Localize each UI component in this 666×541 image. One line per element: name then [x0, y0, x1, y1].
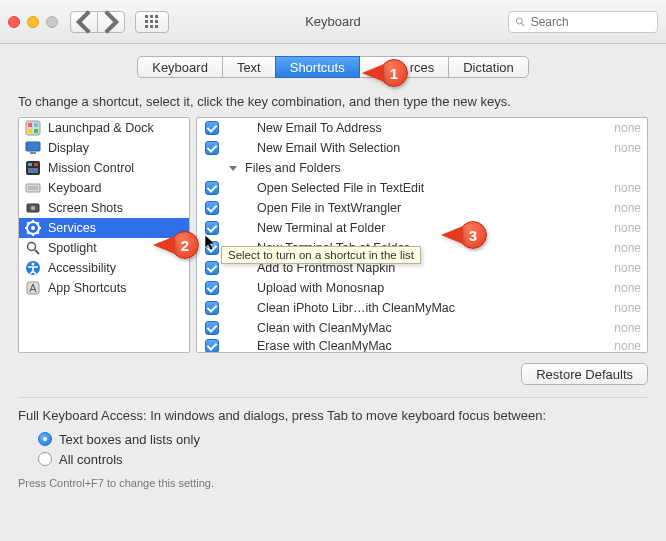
checkbox[interactable]: [205, 321, 219, 335]
shortcut-value[interactable]: none: [614, 221, 641, 235]
cat-label: Accessibility: [48, 261, 116, 275]
list-item[interactable]: Clean with CleanMyMacnone: [197, 318, 647, 338]
svg-rect-3: [145, 20, 148, 23]
svg-rect-20: [34, 163, 38, 166]
tab-keyboard[interactable]: Keyboard: [137, 56, 223, 78]
svg-rect-14: [28, 129, 32, 133]
checkbox[interactable]: [205, 201, 219, 215]
cat-app-shortcuts[interactable]: AApp Shortcuts: [19, 278, 189, 298]
cat-launchpad-dock[interactable]: Launchpad & Dock: [19, 118, 189, 138]
radio-button[interactable]: [38, 452, 52, 466]
tab-dictation[interactable]: Dictation: [448, 56, 529, 78]
svg-rect-4: [150, 20, 153, 23]
search-input[interactable]: [531, 15, 651, 29]
radio-button[interactable]: [38, 432, 52, 446]
list-group-header[interactable]: Files and Folders: [197, 158, 647, 178]
svg-rect-0: [145, 15, 148, 18]
show-all-prefs-button[interactable]: [135, 11, 169, 33]
list-item[interactable]: New Terminal at Foldernone: [197, 218, 647, 238]
checkbox[interactable]: [205, 221, 219, 235]
minimize-window-icon[interactable]: [27, 16, 39, 28]
shortcut-value[interactable]: none: [614, 321, 641, 335]
restore-defaults-button[interactable]: Restore Defaults: [521, 363, 648, 385]
item-label: Open File in TextWrangler: [229, 201, 614, 215]
svg-rect-1: [150, 15, 153, 18]
cat-label: App Shortcuts: [48, 281, 127, 295]
item-label: Clean with CleanMyMac: [229, 321, 614, 335]
annotation-3: 3: [441, 221, 487, 249]
checkbox[interactable]: [205, 281, 219, 295]
svg-rect-22: [26, 184, 40, 192]
svg-point-9: [516, 18, 522, 24]
checkbox[interactable]: [205, 121, 219, 135]
radio-text-boxes-only[interactable]: Text boxes and lists only: [38, 429, 648, 449]
item-label: Erase with CleanMyMac: [229, 339, 614, 353]
titlebar: Keyboard: [0, 0, 666, 44]
search-field[interactable]: [508, 11, 658, 33]
radio-all-controls[interactable]: All controls: [38, 449, 648, 469]
tab-shortcuts[interactable]: Shortcuts: [275, 56, 360, 78]
svg-rect-6: [145, 25, 148, 28]
spotlight-icon: [25, 240, 41, 256]
disclosure-triangle-icon[interactable]: [229, 166, 237, 171]
cat-screenshots[interactable]: Screen Shots: [19, 198, 189, 218]
item-label: Clean iPhoto Libr…ith CleanMyMac: [229, 301, 614, 315]
shortcut-value[interactable]: none: [614, 301, 641, 315]
svg-rect-21: [28, 168, 38, 173]
list-item[interactable]: New Email With Selectionnone: [197, 138, 647, 158]
annotation-1: 1: [362, 59, 408, 87]
shortcut-value[interactable]: none: [614, 281, 641, 295]
cat-mission-control[interactable]: Mission Control: [19, 158, 189, 178]
list-item[interactable]: Erase with CleanMyMacnone: [197, 338, 647, 353]
keyboard-icon: [25, 180, 41, 196]
checkbox[interactable]: [205, 181, 219, 195]
cat-display[interactable]: Display: [19, 138, 189, 158]
cat-label: Display: [48, 141, 89, 155]
list-item[interactable]: Upload with Monosnapnone: [197, 278, 647, 298]
back-button[interactable]: [70, 11, 98, 33]
full-keyboard-access-label: Full Keyboard Access: In windows and dia…: [18, 408, 648, 423]
svg-text:A: A: [29, 282, 37, 294]
shortcut-value[interactable]: none: [614, 339, 641, 353]
item-label: Open Selected File in TextEdit: [229, 181, 614, 195]
back-forward-segment: [70, 11, 125, 33]
checkbox[interactable]: [205, 301, 219, 315]
list-item[interactable]: Open Selected File in TextEditnone: [197, 178, 647, 198]
cat-keyboard[interactable]: Keyboard: [19, 178, 189, 198]
svg-rect-13: [34, 123, 38, 127]
shortcut-value[interactable]: none: [614, 141, 641, 155]
close-window-icon[interactable]: [8, 16, 20, 28]
checkbox[interactable]: [205, 241, 219, 255]
divider: [18, 397, 648, 398]
services-icon: [25, 220, 41, 236]
list-item[interactable]: New Email To Addressnone: [197, 118, 647, 138]
checkbox[interactable]: [205, 141, 219, 155]
zoom-window-icon[interactable]: [46, 16, 58, 28]
checkbox[interactable]: [205, 261, 219, 275]
item-label: Upload with Monosnap: [229, 281, 614, 295]
svg-rect-5: [155, 20, 158, 23]
list-item[interactable]: Clean iPhoto Libr…ith CleanMyMacnone: [197, 298, 647, 318]
checkbox[interactable]: [205, 339, 219, 353]
item-label: New Terminal at Folder: [229, 221, 614, 235]
shortcut-list[interactable]: New Email To Addressnone New Email With …: [196, 117, 648, 353]
tab-text[interactable]: Text: [222, 56, 276, 78]
forward-button[interactable]: [97, 11, 125, 33]
app-shortcuts-icon: A: [25, 280, 41, 296]
item-label: New Email To Address: [229, 121, 614, 135]
display-icon: [25, 140, 41, 156]
shortcut-value[interactable]: none: [614, 121, 641, 135]
hint-text: Press Control+F7 to change this setting.: [18, 477, 648, 489]
shortcut-value[interactable]: none: [614, 241, 641, 255]
cat-label: Screen Shots: [48, 201, 123, 215]
shortcut-value[interactable]: none: [614, 261, 641, 275]
shortcut-value[interactable]: none: [614, 201, 641, 215]
svg-line-10: [522, 23, 525, 26]
list-item[interactable]: Open File in TextWranglernone: [197, 198, 647, 218]
pane-tabbar: Keyboard Text Shortcuts rces Dictation: [0, 44, 666, 88]
shortcut-value[interactable]: none: [614, 181, 641, 195]
cat-accessibility[interactable]: Accessibility: [19, 258, 189, 278]
svg-point-40: [32, 263, 35, 266]
instruction-text: To change a shortcut, select it, click t…: [18, 94, 648, 109]
svg-rect-19: [28, 163, 32, 166]
